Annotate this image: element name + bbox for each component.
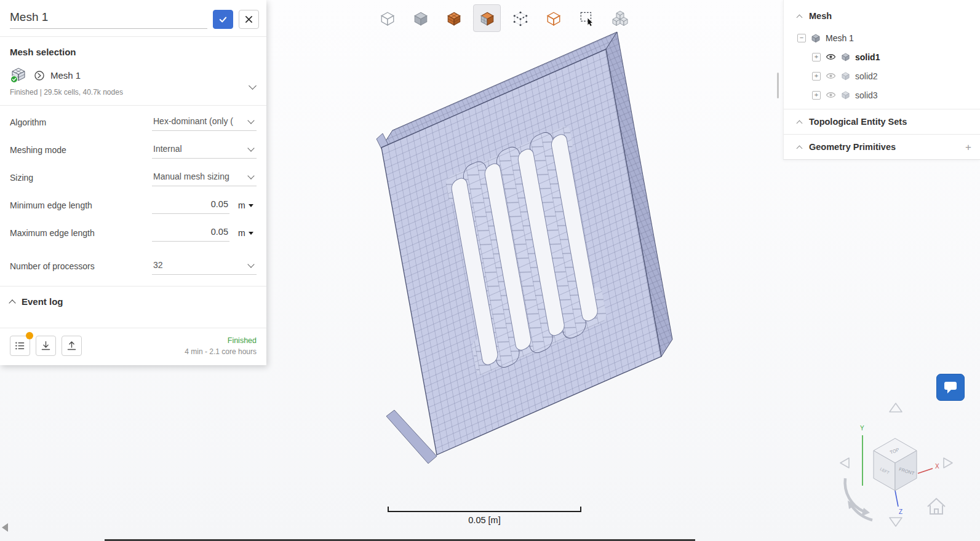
chevron-up-icon	[797, 145, 803, 151]
mesh-operation-icon	[34, 70, 45, 81]
tree-section-geometry-primitives[interactable]: Geometry Primitives +	[784, 135, 980, 159]
tree-section-topological-entity-sets[interactable]: Topological Entity Sets	[784, 109, 980, 134]
min-edge-unit-select[interactable]: m	[238, 200, 253, 210]
cube-clipped-orange-icon	[479, 10, 495, 26]
tree-node-label: solid3	[855, 90, 878, 100]
box-select-button[interactable]	[573, 4, 600, 32]
mesh-points-view-button[interactable]	[506, 4, 534, 32]
mesh-wireframe-view-button[interactable]	[540, 4, 567, 32]
roll-arrowhead[interactable]	[861, 508, 870, 516]
meshing-mode-label: Meshing mode	[10, 145, 152, 155]
min-edge-length-input[interactable]	[152, 196, 229, 214]
add-geometry-primitive-button[interactable]: +	[965, 142, 971, 152]
mesh-status-icon	[10, 67, 28, 84]
chat-icon	[943, 381, 958, 394]
num-processors-label: Number of processors	[10, 261, 152, 271]
z-axis-label: Z	[899, 508, 902, 515]
notification-dot	[26, 332, 33, 339]
mesh-selection-item[interactable]: Mesh 1 Finished | 29.5k cells, 40.7k nod…	[0, 60, 266, 105]
x-axis-label: X	[935, 463, 939, 470]
chevron-up-icon	[797, 120, 803, 126]
download-button[interactable]	[36, 336, 56, 356]
scale-bar-line	[388, 507, 581, 512]
solid-cube-icon	[841, 71, 850, 81]
support-chat-button[interactable]	[936, 374, 965, 401]
mesh-settings-panel: Mesh selection Mesh 1 Finished | 29.5k c…	[0, 0, 266, 365]
tree-node-solid1[interactable]: + solid1	[784, 47, 980, 66]
box-select-icon	[578, 10, 596, 27]
x-axis	[918, 468, 933, 473]
cube-solid-gray-icon	[413, 10, 429, 26]
home-view-icon[interactable]	[928, 499, 945, 514]
expand-box-icon[interactable]: +	[812, 91, 821, 100]
mesh-regions-view-button[interactable]	[606, 4, 634, 32]
max-edge-unit-select[interactable]: m	[238, 228, 253, 238]
rotate-left-arrow[interactable]	[840, 458, 849, 468]
tree-node-mesh1[interactable]: − Mesh 1	[784, 28, 980, 47]
check-icon	[218, 14, 228, 25]
panel-header	[0, 0, 266, 36]
dropdown-triangle-icon	[249, 204, 253, 207]
rotate-up-arrow[interactable]	[890, 403, 902, 412]
sizing-label: Sizing	[10, 173, 152, 183]
event-list-button[interactable]	[10, 336, 30, 356]
surface-mesh-view-button[interactable]	[440, 4, 468, 32]
tree-node-solid2[interactable]: + solid2	[784, 66, 980, 85]
expand-box-icon[interactable]: +	[812, 53, 821, 61]
download-icon	[40, 340, 52, 352]
meshing-mode-select[interactable]: Internal	[152, 141, 257, 159]
roll-view-arrows[interactable]	[845, 478, 872, 520]
geometry-outline-view-button[interactable]	[373, 4, 401, 32]
apply-button[interactable]	[213, 10, 233, 29]
selected-mesh-name: Mesh 1	[50, 70, 81, 81]
rotate-down-arrow[interactable]	[890, 518, 902, 526]
num-processors-select[interactable]: 32	[152, 257, 257, 275]
chevron-down-icon	[247, 117, 254, 124]
rotate-right-arrow[interactable]	[944, 458, 952, 468]
visibility-eye-icon[interactable]	[826, 91, 836, 99]
scale-bar: 0.05 [m]	[388, 507, 581, 525]
chevron-up-icon	[797, 14, 803, 20]
view-mode-toolbar	[373, 4, 634, 32]
mesh-clip-view-button[interactable]	[473, 4, 501, 32]
tree-node-label: solid1	[855, 52, 880, 62]
min-edge-length-label: Minimum edge length	[10, 200, 152, 210]
chevron-up-icon	[9, 299, 15, 306]
mesh-selection-heading: Mesh selection	[0, 37, 266, 60]
expand-box-icon[interactable]: +	[812, 72, 821, 81]
navigation-cube[interactable]: Y Z X TOP LEFT FRONT	[837, 400, 969, 534]
cancel-button[interactable]	[239, 10, 259, 29]
max-edge-length-label: Maximum edge length	[10, 228, 152, 238]
model-foot	[386, 410, 437, 464]
job-duration: 4 min - 2.1 core hours	[185, 347, 257, 356]
visibility-eye-icon[interactable]	[826, 53, 836, 61]
solid-cube-icon	[841, 52, 850, 61]
close-icon	[245, 15, 253, 23]
chevron-down-icon	[247, 144, 254, 151]
mesh-name-input[interactable]	[10, 9, 207, 29]
algorithm-label: Algorithm	[10, 117, 152, 127]
upload-button[interactable]	[62, 336, 82, 356]
collapse-box-icon[interactable]: −	[797, 34, 806, 42]
cube-solid-orange-icon	[446, 10, 462, 26]
scale-bar-label: 0.05 [m]	[388, 515, 581, 525]
event-list-icon	[14, 340, 26, 352]
chevron-down-icon[interactable]	[249, 82, 257, 90]
panel-footer: Finished 4 min - 2.1 core hours	[0, 328, 266, 365]
event-log-toggle[interactable]: Event log	[0, 286, 266, 317]
solid-gray-view-button[interactable]	[407, 4, 434, 32]
tree-node-solid3[interactable]: + solid3	[784, 85, 980, 105]
visibility-eye-icon[interactable]	[826, 72, 836, 80]
upload-icon	[66, 340, 78, 352]
sizing-select[interactable]: Manual mesh sizing	[152, 168, 257, 186]
tree-section-mesh[interactable]: Mesh	[784, 4, 980, 28]
job-status-badge: Finished	[185, 336, 257, 345]
mesh-settings-form: Algorithm Hex-dominant (only ( Meshing m…	[0, 106, 266, 280]
selected-mesh-status: Finished | 29.5k cells, 40.7k nodes	[10, 88, 242, 97]
mesh-node-icon	[811, 33, 821, 43]
max-edge-length-input[interactable]	[152, 224, 229, 242]
tree-node-label: solid2	[855, 71, 878, 81]
panel-collapse-arrow[interactable]	[2, 523, 8, 532]
tree-scrollbar[interactable]	[777, 73, 779, 98]
algorithm-select[interactable]: Hex-dominant (only (	[152, 113, 257, 131]
